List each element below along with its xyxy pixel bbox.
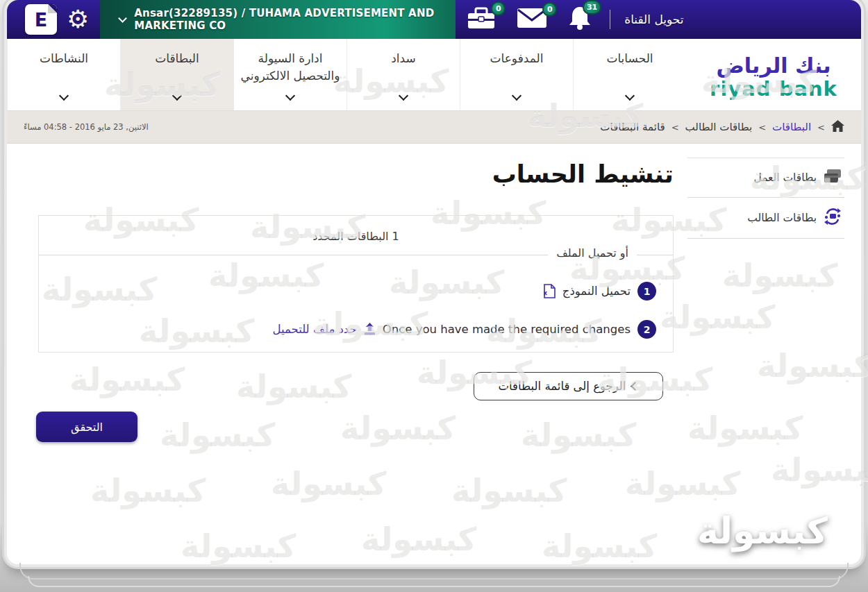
briefcase-icon [467,19,496,32]
svg-text:x: x [544,289,547,296]
work-cards-icon [824,169,842,187]
tab-label: البطاقات [155,51,199,65]
switch-channel-button[interactable]: تحويل القناة [624,12,683,26]
tab-liquidity-management[interactable]: ادارة السيولة والتحصيل الالكتروني [233,39,347,110]
step-label: تحميل النموذج [562,285,631,298]
tab-payments[interactable]: المدفوعات [460,39,573,110]
top-icons: 0 0 31 [467,6,592,33]
sidebar-item-work-cards[interactable]: بطاقات العمل [687,158,844,198]
step-label: Once you have made the required changes [383,323,631,336]
tab-sadad[interactable]: سداد [347,39,460,110]
upload-section-divider: أو تحميل الملف [39,255,673,255]
back-button-label: الرجوع إلى قائمة البطاقات [499,380,626,393]
notifications-badge: 31 [583,0,601,15]
tab-label: الحسابات [606,51,653,65]
sidebar-item-student-cards[interactable]: بطاقات الطالب [687,198,844,239]
chevron-left-icon [631,382,640,391]
mail-icon [517,18,547,31]
select-file-to-upload-link[interactable]: حدد ملف للتحميل [273,323,357,336]
briefcase-button[interactable]: 0 [467,7,496,32]
gear-icon[interactable]: ⚙ [67,7,89,32]
chevron-down-icon [118,14,127,23]
datetime-label: الاثنين, 23 مايو 2016 - 04:58 مساءً [24,122,149,132]
breadcrumb-item-cards[interactable]: البطاقات [772,121,811,133]
window-frame-line [28,576,840,587]
chevron-down-icon [172,91,182,101]
home-icon[interactable] [831,120,844,135]
activation-panel: 1 البطاقات المحدد أو تحميل الملف 1 تحميل… [38,215,674,353]
brand-name-arabic: بنك الرياض [717,54,831,78]
breadcrumb-separator: > [671,122,679,133]
topbar-divider [610,10,610,29]
tab-label: سداد [391,51,415,65]
step-number-badge: 1 [637,282,656,301]
breadcrumb-item-student-cards[interactable]: بطاقات الطالب [685,121,753,133]
tab-label: النشاطات [40,51,88,65]
chevron-down-icon [285,91,295,101]
step-download-template: 1 تحميل النموذج x [544,282,656,301]
e-banking-logo-letter: E [35,9,47,31]
breadcrumb-separator: > [758,122,766,133]
tab-label: ادارة السيولة والتحصيل الالكتروني [241,51,340,83]
breadcrumb: > البطاقات > بطاقات الطالب > قائمة البطا… [600,120,844,135]
student-cards-icon [824,208,842,228]
brand-name-english: riyad bank [710,78,837,99]
tab-cards[interactable]: البطاقات [120,39,233,110]
mail-button[interactable]: 0 [517,8,547,31]
chevron-down-icon [625,91,635,101]
briefcase-badge: 0 [491,1,506,16]
app-window: E ⚙ Ansar(32289135) / TUHAMA ADVERTISEME… [7,0,861,564]
step-upload-file: 2 Once you have made the required change… [273,320,657,339]
upload-section-label: أو تحميل الملف [548,246,637,260]
chevron-down-icon [512,91,521,101]
step-number-badge: 2 [637,320,656,339]
main-content: بطاقات العمل بطاقات الطالب تنشيط الحساب … [7,144,861,564]
selected-cards-count: 1 البطاقات المحدد [39,230,673,243]
riyad-bank-logo[interactable]: بنك الرياض riyad bank [686,39,861,110]
bell-icon [568,20,592,33]
upload-icon[interactable] [364,323,376,336]
page-title: تنشيط الحساب [492,160,674,188]
sidebar-item-label: بطاقات الطالب [747,212,817,224]
user-info-label: Ansar(32289135) / TUHAMA ADVERTISEMENT A… [134,7,456,32]
tab-activities[interactable]: النشاطات [7,39,120,110]
chevron-down-icon [399,91,408,101]
sidebar-item-label: بطاقات العمل [753,171,817,184]
tab-label: المدفوعات [490,51,544,65]
breadcrumb-item-cards-list: قائمة البطاقات [600,121,665,133]
user-account-bar[interactable]: Ansar(32289135) / TUHAMA ADVERTISEMENT A… [100,0,456,39]
mail-badge: 0 [542,2,557,17]
main-navigation: بنك الرياض riyad bank الحسابات المدفوعات… [7,39,861,111]
cards-sidebar: بطاقات العمل بطاقات الطالب [687,158,844,239]
tab-accounts[interactable]: الحسابات [573,39,686,110]
breadcrumb-separator: > [817,122,825,133]
chevron-down-icon [59,91,69,101]
e-banking-logo[interactable]: E [25,4,57,35]
verify-button[interactable]: التحقق [36,412,137,442]
screenshot-stage: E ⚙ Ansar(32289135) / TUHAMA ADVERTISEME… [0,0,868,592]
notifications-button[interactable]: 31 [568,6,592,33]
back-to-cards-list-button[interactable]: الرجوع إلى قائمة البطاقات [474,372,663,400]
top-bar: E ⚙ Ansar(32289135) / TUHAMA ADVERTISEME… [7,0,861,39]
breadcrumb-bar: > البطاقات > بطاقات الطالب > قائمة البطا… [7,111,861,144]
excel-file-icon[interactable]: x [544,284,556,298]
